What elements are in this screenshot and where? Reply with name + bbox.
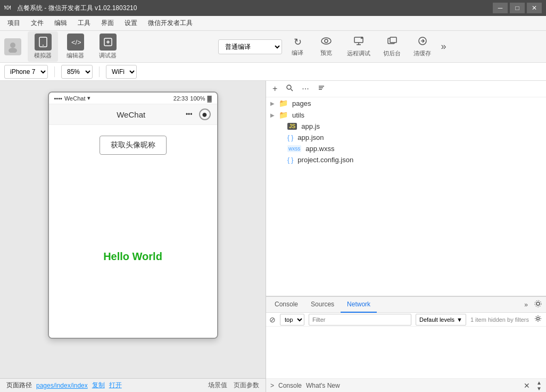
devtools-panel: Console Sources Network » ⊘ top xyxy=(266,296,546,392)
page-path[interactable]: pages/index/index xyxy=(36,382,88,389)
menu-item-编辑[interactable]: 编辑 xyxy=(49,16,72,30)
file-tree: + ··· ▶ 📁 pages ▶ 📁 utils xyxy=(266,81,546,296)
debugger-label: 调试器 xyxy=(99,52,117,60)
tree-item-appwxss[interactable]: wxss app.wxss xyxy=(266,143,546,154)
debugger-icon xyxy=(100,34,117,51)
window-title: 点餐系统 - 微信开发者工具 v1.02.1803210 xyxy=(17,4,493,13)
simulator-panel: •••• WeChat ▾ 22:33 100% ▓ WeChat ••• xyxy=(0,81,266,392)
search-files-button[interactable] xyxy=(284,83,295,95)
page-params-button[interactable]: 页面参数 xyxy=(234,381,259,390)
scroll-down-icon[interactable]: ▼ xyxy=(536,386,542,391)
svg-text:</>: </> xyxy=(71,38,81,46)
pages-folder-icon: 📁 xyxy=(279,99,288,107)
record-icon[interactable]: ● xyxy=(199,109,211,120)
file-tree-toolbar: + ··· xyxy=(266,81,546,97)
filter-input[interactable] xyxy=(309,314,411,326)
tab-network[interactable]: Network xyxy=(341,297,377,313)
copy-button[interactable]: 复制 xyxy=(92,381,105,390)
tree-item-projectconfig[interactable]: { } project.config.json xyxy=(266,154,546,165)
minimize-button[interactable]: ─ xyxy=(493,3,508,13)
menu-item-设置[interactable]: 设置 xyxy=(119,16,143,30)
more-icon[interactable]: ••• xyxy=(186,111,193,118)
appjs-label: app.js xyxy=(301,122,320,130)
tree-item-utils[interactable]: ▶ 📁 utils xyxy=(266,109,546,121)
sources-tab-label: Sources xyxy=(311,301,334,308)
svg-point-9 xyxy=(325,39,328,43)
menu-item-界面[interactable]: 界面 xyxy=(96,16,119,30)
path-info: 页面路径 pages/index/index 复制 打开 xyxy=(6,381,122,390)
tree-item-appjs[interactable]: JS app.js xyxy=(266,121,546,132)
console-tab-label: Console xyxy=(275,301,298,308)
scene-button[interactable]: 场景值 xyxy=(208,381,227,390)
menu-item-项目[interactable]: 项目 xyxy=(2,16,26,30)
background-icon xyxy=(387,36,398,48)
maximize-button[interactable]: □ xyxy=(510,3,525,13)
more-options-button[interactable]: ··· xyxy=(300,83,311,95)
more-tabs-icon[interactable]: » xyxy=(522,300,530,310)
add-file-button[interactable]: + xyxy=(270,83,279,95)
devtools-close-icon[interactable]: ✕ xyxy=(524,381,530,390)
scroll-up-icon[interactable]: ▲ xyxy=(536,380,542,386)
compile-button[interactable]: ↻ 编译 xyxy=(284,34,311,59)
scale-select[interactable]: 85% xyxy=(61,65,93,79)
close-button[interactable]: ✕ xyxy=(527,3,542,13)
svg-point-0 xyxy=(10,43,15,48)
tab-sources[interactable]: Sources xyxy=(304,297,341,313)
svg-point-18 xyxy=(287,85,291,89)
tree-item-appjson[interactable]: { } app.json xyxy=(266,132,546,143)
more-tools-icon[interactable]: » xyxy=(439,39,448,54)
simulator-button[interactable]: 模拟器 xyxy=(28,31,58,62)
appwxss-label: app.wxss xyxy=(305,145,334,153)
levels-arrow: ▼ xyxy=(457,316,462,323)
scope-select[interactable]: top xyxy=(280,314,304,326)
toolbar-center: 普通编译 ↻ 编译 预览 远程调试 切后台 清缓存 xyxy=(125,34,542,60)
devtools-settings-icon[interactable] xyxy=(532,299,544,310)
toolbar: 模拟器 </> 编辑器 调试器 普通编译 ↻ 编译 预览 远程调试 xyxy=(0,31,546,63)
network-select[interactable]: WiFi xyxy=(106,65,137,79)
battery-icon: ▓ xyxy=(207,95,211,102)
remote-debug-button[interactable]: 远程调试 xyxy=(342,34,376,60)
filter-bar: ⊘ top Default levels ▼ 1 item hidden by … xyxy=(266,313,546,327)
svg-point-8 xyxy=(321,38,331,44)
remote-debug-label: 远程调试 xyxy=(347,49,370,57)
user-avatar xyxy=(4,38,21,55)
debugger-button[interactable]: 调试器 xyxy=(93,31,123,62)
background-button[interactable]: 切后台 xyxy=(378,34,406,60)
tab-console[interactable]: Console xyxy=(268,297,304,313)
svg-point-3 xyxy=(43,45,44,46)
appjson-icon: { } xyxy=(287,134,293,141)
window-controls: ─ □ ✕ xyxy=(493,3,542,13)
status-right: 场景值 页面参数 xyxy=(208,381,259,390)
preview-button[interactable]: 预览 xyxy=(313,35,340,59)
battery-level: 100% xyxy=(190,95,205,102)
svg-point-1 xyxy=(9,48,17,53)
eye-icon xyxy=(321,37,332,48)
pages-label: pages xyxy=(292,99,311,107)
compile-select[interactable]: 普通编译 xyxy=(218,39,282,54)
whats-new-label[interactable]: What's New xyxy=(306,382,340,389)
collapse-tree-button[interactable] xyxy=(316,83,327,95)
filter-circle-icon[interactable]: ⊘ xyxy=(269,315,276,324)
default-levels-button[interactable]: Default levels ▼ xyxy=(416,314,466,326)
svg-point-25 xyxy=(537,318,540,320)
editor-button[interactable]: </> 编辑器 xyxy=(60,31,90,62)
appjs-icon: JS xyxy=(287,123,297,130)
menu-item-微信开发者工具[interactable]: 微信开发者工具 xyxy=(143,16,198,30)
console-settings-icon[interactable] xyxy=(533,314,543,325)
phone-body: 获取头像昵称 Hello World xyxy=(49,125,217,338)
get-avatar-button[interactable]: 获取头像昵称 xyxy=(100,136,167,155)
hidden-count: 1 item hidden by filters xyxy=(470,316,529,323)
device-select[interactable]: iPhone 7 xyxy=(4,65,48,79)
simulator-label: 模拟器 xyxy=(34,52,52,60)
menu-item-工具[interactable]: 工具 xyxy=(72,16,96,30)
console-expand-icon[interactable]: > xyxy=(270,382,274,389)
devicebar: iPhone 7 85% WiFi xyxy=(0,63,546,81)
console-bottom-label[interactable]: Console xyxy=(278,382,302,389)
phone-frame: •••• WeChat ▾ 22:33 100% ▓ WeChat ••• xyxy=(48,91,218,339)
clear-cache-button[interactable]: 清缓存 xyxy=(408,34,436,60)
menu-item-文件[interactable]: 文件 xyxy=(26,16,49,30)
projectconfig-icon: { } xyxy=(287,156,293,164)
tree-item-pages[interactable]: ▶ 📁 pages xyxy=(266,97,546,109)
phone-time: 22:33 xyxy=(173,95,188,102)
open-button[interactable]: 打开 xyxy=(109,381,122,390)
